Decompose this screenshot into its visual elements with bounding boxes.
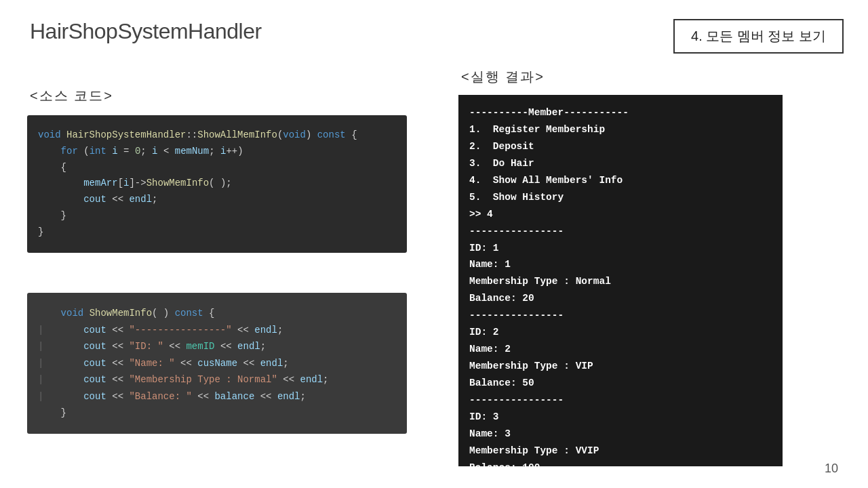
page-title: HairShopSystemHandler [30, 19, 262, 44]
terminal-output: ----------Member----------- 1. Register … [458, 95, 783, 466]
page-number: 10 [825, 462, 838, 476]
result-label: <실행 결과> [461, 68, 545, 86]
top-right-label: 4. 모든 멤버 정보 보기 [673, 19, 844, 54]
code-block-2: void ShowMemInfo( ) const { | cout << "-… [27, 293, 407, 434]
source-code-label: <소스 코드> [30, 87, 113, 105]
code-block-1: void HairShopSystemHandler::ShowAllMemIn… [27, 115, 407, 253]
